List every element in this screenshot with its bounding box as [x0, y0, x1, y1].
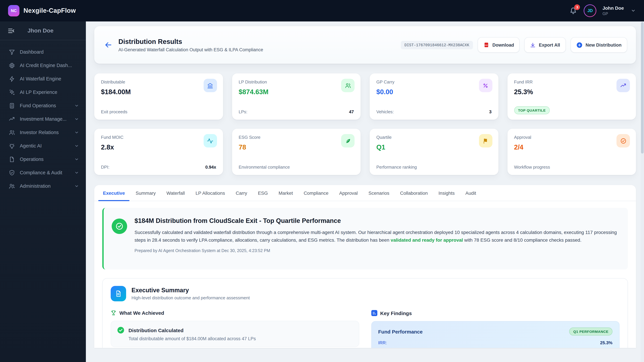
user-menu-chevron-icon[interactable] [630, 8, 636, 13]
topbar-right: 3 JD John Doe GP [569, 4, 636, 17]
stat-footer-value: 47 [349, 109, 354, 114]
app-root: NC Nexgile-CapFlow 3 JD John Doe GP [0, 0, 644, 362]
stat-footer-text: Environmental compliance [239, 165, 290, 170]
tab-waterfall[interactable]: Waterfall [161, 185, 190, 201]
user-role: GP [602, 11, 624, 16]
top-quartile-badge: TOP QUARTILE [514, 106, 550, 114]
sidebar-item-ai-waterfall-engine[interactable]: AI Waterfall Engine [0, 72, 86, 85]
executive-summary-header: Executive Summary High-level distributio… [111, 286, 620, 301]
tab-compliance[interactable]: Compliance [298, 185, 334, 201]
executive-summary-card: Executive Summary High-level distributio… [102, 278, 628, 348]
stat-value: 2/4 [514, 143, 629, 151]
tab-esg[interactable]: ESG [252, 185, 273, 201]
sidebar-collapse-icon[interactable] [8, 27, 15, 34]
stat-value: $0.00 [376, 88, 492, 96]
achievements-heading: What We Achieved [111, 310, 359, 316]
new-distribution-button[interactable]: New Distribution [570, 37, 628, 53]
stats-grid: Distributable $184.00M Exit proceeds LP … [94, 73, 636, 175]
sidebar-item-dashboard[interactable]: Dashboard [0, 45, 86, 59]
banner-content: $184M Distribution from CloudScale Exit … [134, 216, 618, 270]
key-findings-heading: Key Findings [371, 310, 620, 316]
new-distribution-label: New Distribution [586, 42, 622, 47]
trophy-icon [111, 310, 116, 316]
page-titles: Distribution Results AI-Generated Waterf… [118, 38, 401, 52]
export-all-button[interactable]: Export All [524, 37, 566, 53]
stat-footer: LPs: 47 [239, 109, 354, 114]
check-circle-icon [616, 134, 630, 147]
sidebar-item-label: Fund Operations [20, 103, 70, 108]
users-icon [9, 129, 15, 136]
banner-body: Successfully calculated and validated wa… [134, 229, 618, 244]
sidebar-item-label: AI Waterfall Engine [20, 76, 79, 81]
sidebar-item-administration[interactable]: Administration [0, 179, 86, 193]
sidebar-item-label: AI Credit Engine Dash... [20, 63, 79, 68]
tab-audit[interactable]: Audit [460, 185, 482, 201]
sidebar-item-ai-credit-engine[interactable]: AI Credit Engine Dash... [0, 59, 86, 72]
banner-highlight: validated and ready for approval [390, 237, 463, 243]
stat-card-lp-distribution: LP Distribution $874.63M LPs: 47 [232, 73, 360, 120]
topbar: NC Nexgile-CapFlow 3 JD John Doe GP [0, 0, 644, 21]
tab-approval[interactable]: Approval [334, 185, 363, 201]
notifications-button[interactable]: 3 [569, 6, 578, 15]
tab-carry[interactable]: Carry [230, 185, 252, 201]
page-header-card: Distribution Results AI-Generated Waterf… [94, 26, 636, 64]
stat-label: Fund IRR [514, 79, 629, 84]
banner-body-text: with 78 ESG score and 8/10 compliance ch… [463, 237, 582, 243]
achievement-title: Distribution Calculated [128, 327, 184, 333]
back-arrow-icon[interactable] [104, 41, 112, 49]
sparkles-icon [9, 89, 15, 95]
tab-insights[interactable]: Insights [433, 185, 460, 201]
sidebar-item-ai-lp-experience[interactable]: AI LP Experience [0, 85, 86, 99]
stat-footer: Environmental compliance [239, 165, 354, 170]
executive-summary-title: Executive Summary [132, 287, 250, 294]
tab-market[interactable]: Market [273, 185, 298, 201]
sidebar-item-label: Operations [20, 157, 70, 162]
file-text-icon [111, 286, 126, 301]
stat-footer: DPI: 0.94x [101, 165, 216, 170]
stat-footer-text: Performance ranking [376, 165, 417, 170]
stat-footer-label: LPs: [239, 109, 247, 114]
sidebar-item-operations[interactable]: Operations [0, 152, 86, 166]
scrollbar-thumb[interactable] [641, 22, 644, 153]
sidebar-nav: Dashboard AI Credit Engine Dash... AI Wa… [0, 40, 86, 193]
results-panel: Executive Summary Waterfall LP Allocatio… [94, 185, 636, 348]
sidebar-item-fund-operations[interactable]: Fund Operations [0, 99, 86, 112]
users-icon [341, 79, 354, 92]
header-actions: DIST-1767091846612-MX238ACXK PDF Downloa… [401, 37, 628, 53]
sidebar-item-investor-relations[interactable]: Investor Relations [0, 126, 86, 139]
sidebar-item-compliance-audit[interactable]: Compliance & Audit [0, 166, 86, 179]
executive-summary-titles: Executive Summary High-level distributio… [132, 287, 250, 300]
page-subtitle: AI-Generated Waterfall Calculation Outpu… [118, 47, 401, 52]
file-icon [9, 156, 15, 162]
landmark-icon [204, 79, 217, 92]
stat-card-distributable: Distributable $184.00M Exit proceeds [94, 73, 223, 120]
stat-value: $184.00M [101, 88, 216, 96]
stat-label: Quartile [376, 135, 492, 140]
fund-performance-header: Fund Performance Q1 PERFORMANCE [378, 328, 612, 336]
tab-executive[interactable]: Executive [98, 185, 130, 201]
shield-check-icon [9, 169, 15, 176]
stat-value: 25.3% [514, 88, 629, 96]
sidebar-header: Jhon Doe [0, 21, 86, 40]
trending-up-icon [9, 116, 15, 122]
sidebar-item-label: AI LP Experience [20, 89, 79, 95]
executive-summary-subtitle: High-level distribution outcome and perf… [132, 295, 250, 300]
stat-footer: Performance ranking [376, 165, 492, 170]
sidebar-item-agentic-ai[interactable]: Agentic AI [0, 139, 86, 152]
stat-card-fund-irr: Fund IRR 25.3% TOP QUARTILE [507, 73, 636, 120]
funnel-icon [9, 49, 15, 55]
sidebar-item-investment-management[interactable]: Investment Manage... [0, 112, 86, 126]
stat-card-approval: Approval 2/4 Workflow progress [507, 129, 636, 175]
stat-footer-text: Exit proceeds [101, 109, 128, 114]
download-label: Download [492, 42, 514, 47]
avatar[interactable]: JD [584, 4, 596, 17]
chevron-down-icon [74, 170, 79, 175]
page-scrollbar[interactable] [641, 21, 644, 362]
stat-footer: TOP QUARTILE [514, 106, 629, 114]
tab-summary[interactable]: Summary [130, 185, 161, 201]
clipboard-check-icon [371, 310, 377, 316]
tab-collaboration[interactable]: Collaboration [395, 185, 433, 201]
tab-scenarios[interactable]: Scenarios [363, 185, 395, 201]
tab-lp-allocations[interactable]: LP Allocations [190, 185, 230, 201]
download-button[interactable]: PDF Download [478, 37, 520, 53]
